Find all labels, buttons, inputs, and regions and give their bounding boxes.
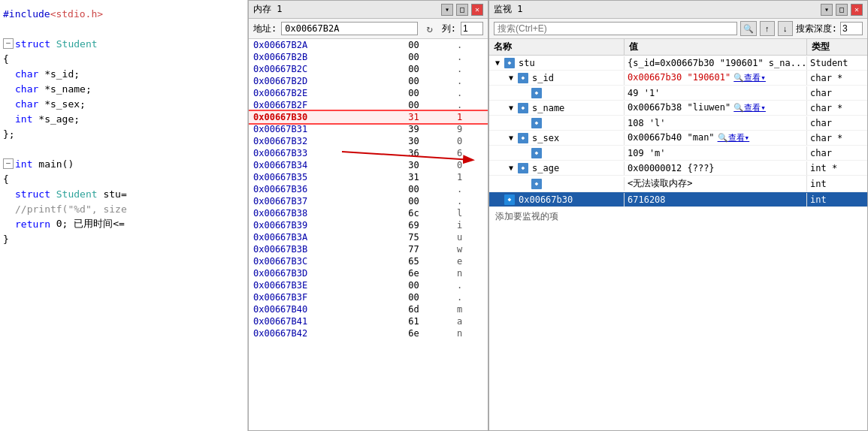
collapse-struct-icon[interactable]: − (3, 38, 14, 49)
column-value-header: 值 (625, 39, 807, 55)
memory-char-cell: i (452, 219, 488, 231)
memory-row: 0x00667B2B00. (249, 51, 488, 63)
memory-char-cell: 9 (452, 123, 488, 135)
memory-row: 0x00667B32300 (249, 135, 488, 147)
watch-panel-close-btn[interactable]: ✕ (851, 4, 863, 16)
struct-name: Student (56, 38, 98, 50)
memory-address-cell: 0x00667B39 (249, 219, 404, 231)
memory-address-cell: 0x00667B32 (249, 135, 404, 147)
memory-row: 0x00667B3F00. (249, 291, 488, 303)
tree-expand-icon-s_age[interactable]: ▼ (506, 163, 516, 173)
memory-hex-cell: 61 (404, 315, 452, 327)
memory-panel-close-btn[interactable]: ✕ (471, 4, 483, 16)
watch-item-name-s_sex_char: ◆ (489, 146, 625, 160)
watch-item-value-s_age_int: <无法读取内存> (625, 176, 807, 191)
tree-node-icon-addr_val: ◆ (504, 194, 515, 205)
watch-item-s_age_int[interactable]: ◆<无法读取内存>int (489, 176, 867, 192)
memory-hex-cell: 00 (404, 51, 452, 63)
depth-input[interactable] (840, 22, 863, 35)
reload-button[interactable]: ↻ (422, 21, 437, 36)
watch-item-value-addr_val: 6716208 (625, 193, 807, 206)
watch-item-s_id_char[interactable]: ◆49 '1'char (489, 86, 867, 101)
memory-row: 0x00667B33366 (249, 147, 488, 159)
watch-panel-min-btn[interactable]: □ (836, 4, 848, 16)
watch-item-type-s_age_int: int (807, 177, 867, 191)
watch-title-bar: 监视 1 ▾ □ ✕ (489, 1, 867, 19)
watch-item-s_id[interactable]: ▼◆s_id0x00667b30 "190601"🔍查看▾char * (489, 71, 867, 86)
watch-item-type-s_sex: char * (807, 131, 867, 145)
tree-expand-icon-s_id[interactable]: ▼ (506, 73, 516, 83)
memory-char-cell: . (452, 183, 488, 195)
search-up-button[interactable]: ↑ (760, 21, 775, 36)
memory-address-cell: 0x00667B2A (249, 39, 404, 51)
memory-hex-cell: 77 (404, 243, 452, 255)
code-line-field-ssex: char *s_sex; (12, 96, 247, 111)
view-link-s_sex[interactable]: 🔍查看▾ (718, 133, 750, 143)
memory-char-cell: u (452, 231, 488, 243)
watch-item-type-s_id: char * (807, 71, 867, 85)
memory-row: 0x00667B34300 (249, 159, 488, 171)
memory-address-cell: 0x00667B3F (249, 291, 404, 303)
memory-table: 0x00667B2A00.0x00667B2B00.0x00667B2C00.0… (249, 39, 488, 339)
view-link-s_name[interactable]: 🔍查看▾ (733, 103, 766, 113)
memory-row: 0x00667B386cl (249, 207, 488, 219)
memory-hex-cell: 00 (404, 279, 452, 291)
tree-expand-icon-s_sex[interactable]: ▼ (506, 133, 516, 143)
code-line-stu-decl: struct Student stu= (12, 186, 247, 201)
memory-char-cell: . (452, 87, 488, 99)
watch-item-s_age[interactable]: ▼◆s_age0x00000012 {???}int * (489, 161, 867, 176)
watch-item-s_name[interactable]: ▼◆s_name0x00667b38 "liuwen"🔍查看▾char * (489, 101, 867, 116)
code-line-main-brace-close: } (0, 231, 247, 246)
memory-panel-pin-icon[interactable]: ▾ (441, 4, 453, 16)
tree-expand-icon-s_name[interactable]: ▼ (506, 103, 516, 113)
memory-address-cell: 0x00667B30 (249, 111, 404, 123)
memory-address-cell: 0x00667B3E (249, 279, 404, 291)
address-input[interactable] (281, 22, 418, 35)
watch-item-s_name_char[interactable]: ◆108 'l'char (489, 116, 867, 131)
watch-item-s_sex[interactable]: ▼◆s_sex0x00667b40 "man"🔍查看▾char * (489, 131, 867, 146)
add-watch-item[interactable]: 添加要监视的项 (489, 207, 867, 226)
tree-expand-icon-stu[interactable]: ▼ (492, 58, 503, 68)
column-type-header: 类型 (807, 39, 867, 55)
search-down-button[interactable]: ↓ (778, 21, 793, 36)
memory-char-cell: 1 (452, 171, 488, 183)
watch-item-addr_val[interactable]: ◆0x00667b306716208int (489, 192, 867, 207)
watch-item-s_sex_char[interactable]: ◆109 'm'char (489, 146, 867, 161)
memory-panel-min-btn[interactable]: □ (456, 4, 468, 16)
memory-row: 0x00667B2F00. (249, 99, 488, 111)
code-line-include: #include<stdio.h> (0, 6, 247, 21)
watch-item-name-s_sex: ▼◆s_sex (489, 131, 625, 145)
memory-char-cell: 1 (452, 111, 488, 123)
tree-node-icon-s_name: ◆ (518, 103, 528, 113)
memory-address-cell: 0x00667B34 (249, 159, 404, 171)
watch-item-value-s_sex_char: 109 'm' (625, 146, 807, 160)
column-input[interactable] (461, 22, 483, 35)
memory-hex-cell: 65 (404, 255, 452, 267)
memory-address-cell: 0x00667B2C (249, 63, 404, 75)
view-link-s_id[interactable]: 🔍查看▾ (733, 73, 766, 83)
memory-row: 0x00667B406dm (249, 303, 488, 315)
search-button[interactable]: 🔍 (740, 21, 757, 36)
memory-hex-cell: 31 (404, 111, 452, 123)
watch-item-type-stu: Student (807, 56, 867, 70)
collapse-main-icon[interactable]: − (3, 158, 14, 169)
memory-char-cell: l (452, 207, 488, 219)
memory-address-bar: 地址: ↻ 列: (249, 19, 488, 39)
memory-hex-cell: 00 (404, 99, 452, 111)
memory-char-cell: . (452, 291, 488, 303)
memory-char-cell: . (452, 279, 488, 291)
watch-item-stu[interactable]: ▼◆stu{s_id=0x00667b30 "190601" s_na...St… (489, 56, 867, 71)
memory-row: 0x00667B2E00. (249, 87, 488, 99)
watch-panel: 监视 1 ▾ □ ✕ 🔍 ↑ ↓ 搜索深度: 名称 值 类型 ▼◆stu{s_i… (488, 0, 868, 431)
watch-item-type-s_name: char * (807, 101, 867, 115)
watch-panel-pin-icon[interactable]: ▾ (821, 4, 833, 16)
memory-hex-cell: 30 (404, 135, 452, 147)
memory-char-cell: 6 (452, 147, 488, 159)
search-input[interactable] (494, 22, 737, 35)
memory-title: 内存 1 (253, 3, 282, 16)
memory-address-cell: 0x00667B31 (249, 123, 404, 135)
watch-search-bar: 🔍 ↑ ↓ 搜索深度: (489, 19, 867, 39)
memory-row: 0x00667B35311 (249, 171, 488, 183)
memory-address-cell: 0x00667B40 (249, 303, 404, 315)
watch-item-value-s_age: 0x00000012 {???} (625, 161, 807, 175)
